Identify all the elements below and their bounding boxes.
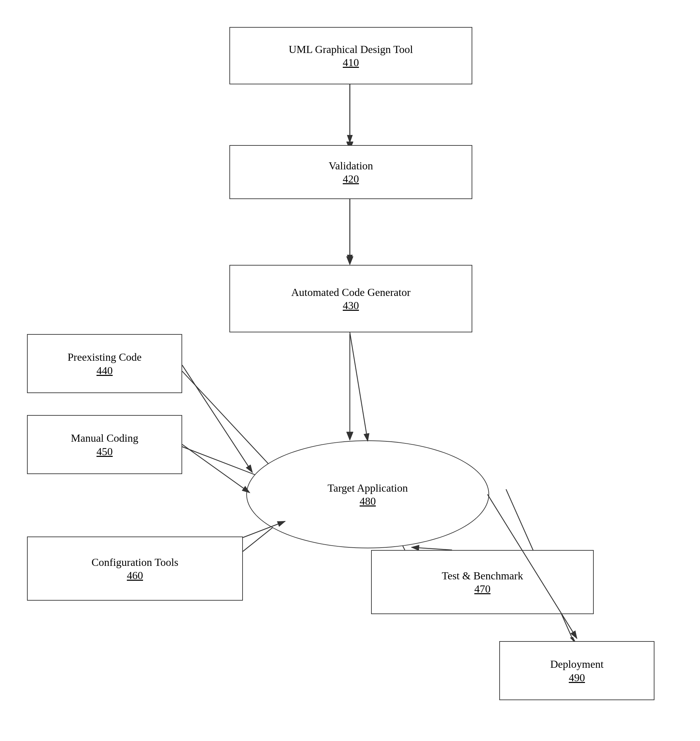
uml-number: 410 bbox=[343, 56, 359, 69]
manual-coding-box: Manual Coding 450 bbox=[27, 415, 182, 474]
svg-marker-5 bbox=[347, 432, 353, 440]
code-generator-number: 430 bbox=[343, 299, 359, 312]
config-tools-box: Configuration Tools 460 bbox=[27, 536, 243, 601]
target-app-label: Target Application bbox=[328, 481, 408, 495]
preexisting-number: 440 bbox=[97, 364, 113, 377]
test-benchmark-box: Test & Benchmark 470 bbox=[371, 550, 594, 614]
svg-line-6 bbox=[182, 371, 273, 469]
uml-box: UML Graphical Design Tool 410 bbox=[229, 27, 472, 84]
preexisting-label: Preexisting Code bbox=[68, 350, 142, 364]
config-tools-label: Configuration Tools bbox=[91, 555, 178, 570]
manual-coding-number: 450 bbox=[97, 445, 113, 458]
target-app-number: 480 bbox=[360, 495, 376, 507]
preexisting-box: Preexisting Code 440 bbox=[27, 334, 182, 393]
code-generator-label: Automated Code Generator bbox=[291, 286, 410, 300]
test-benchmark-number: 470 bbox=[474, 583, 491, 595]
diagram-container: UML Graphical Design Tool 410 Validation… bbox=[0, 0, 700, 741]
config-tools-number: 460 bbox=[127, 569, 143, 582]
svg-line-8 bbox=[179, 445, 266, 479]
svg-marker-3 bbox=[347, 256, 353, 265]
validation-number: 420 bbox=[343, 173, 359, 185]
code-generator-box: Automated Code Generator 430 bbox=[229, 265, 472, 332]
validation-box: Validation 420 bbox=[229, 145, 472, 199]
manual-coding-label: Manual Coding bbox=[71, 431, 138, 445]
target-app-ellipse: Target Application 480 bbox=[246, 440, 489, 548]
uml-label: UML Graphical Design Tool bbox=[289, 43, 413, 57]
validation-label: Validation bbox=[329, 159, 373, 173]
deployment-number: 490 bbox=[569, 672, 585, 684]
deployment-label: Deployment bbox=[550, 657, 603, 672]
test-benchmark-label: Test & Benchmark bbox=[441, 569, 523, 583]
deployment-box: Deployment 490 bbox=[499, 641, 654, 700]
